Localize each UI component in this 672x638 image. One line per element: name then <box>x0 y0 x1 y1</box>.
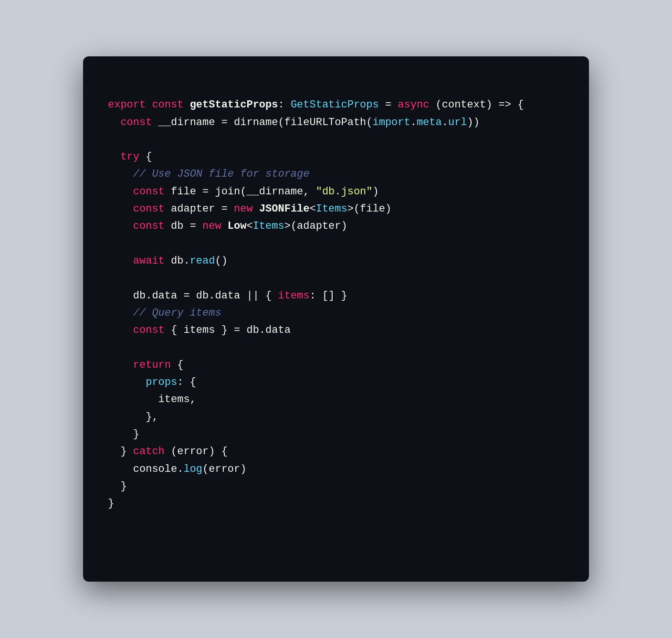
keyword-const-4: const <box>133 203 165 215</box>
prop-items: items <box>278 290 309 302</box>
type-getstatic: GetStaticProps <box>291 99 379 111</box>
method-log: log <box>183 463 202 475</box>
import-meta: import <box>373 117 410 128</box>
class-low: Low <box>228 220 247 232</box>
code-content: export const getStaticProps: GetStaticPr… <box>108 79 564 530</box>
keyword-const-6: const <box>133 324 165 336</box>
keyword-await: await <box>133 255 165 267</box>
keyword-const-1: const <box>152 99 183 111</box>
type-items-2: Items <box>253 220 284 232</box>
code-window: export const getStaticProps: GetStaticPr… <box>83 56 589 582</box>
prop-props: props <box>146 376 177 388</box>
keyword-new-2: new <box>202 220 221 232</box>
class-jsonfile: JSONFile <box>259 203 310 215</box>
keyword-try: try <box>120 151 139 163</box>
comment-json: // Use JSON file for storage <box>133 168 310 180</box>
function-name: getStaticProps <box>190 99 278 111</box>
keyword-catch: catch <box>133 446 165 457</box>
keyword-new-1: new <box>234 203 253 215</box>
url-prop: url <box>448 117 467 128</box>
keyword-const-5: const <box>133 220 165 232</box>
method-read: read <box>190 255 215 267</box>
keyword-return: return <box>133 359 171 371</box>
keyword-const-3: const <box>133 186 165 198</box>
keyword-async: async <box>398 99 429 111</box>
comment-query: // Query items <box>133 307 221 319</box>
type-items-1: Items <box>316 203 347 215</box>
meta-prop: meta <box>417 117 442 128</box>
string-dbjson: "db.json" <box>316 186 373 198</box>
keyword-export: export <box>108 99 146 111</box>
keyword-const-2: const <box>120 117 152 128</box>
